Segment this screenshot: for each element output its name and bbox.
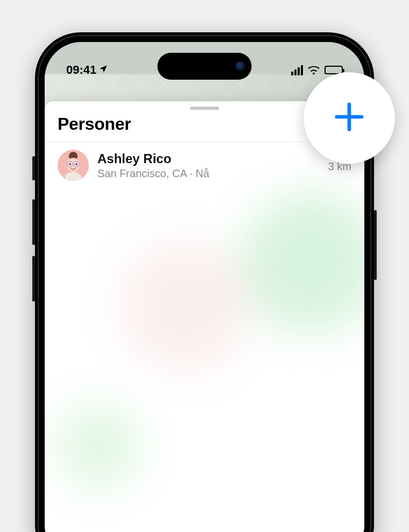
- side-button: [32, 156, 35, 180]
- sheet-grabber[interactable]: [190, 107, 219, 110]
- cellular-icon: [291, 65, 303, 75]
- svg-point-6: [75, 163, 77, 165]
- wifi-icon: [307, 65, 320, 75]
- front-camera: [236, 61, 245, 71]
- status-time: 09:41: [66, 63, 96, 77]
- decorative-blob: [120, 241, 249, 370]
- status-right: [291, 65, 343, 75]
- decorative-blob: [55, 403, 142, 489]
- people-sheet[interactable]: Personer: [45, 101, 364, 532]
- person-info: Ashley Rico San Francisco, CA · Nå: [97, 151, 320, 180]
- sheet-title: Personer: [58, 114, 131, 134]
- location-icon: [98, 63, 108, 77]
- person-subtitle: San Francisco, CA · Nå: [97, 167, 320, 180]
- plus-icon: [333, 100, 366, 136]
- svg-point-5: [69, 163, 70, 165]
- dynamic-island: [158, 53, 252, 80]
- volume-up-button: [32, 199, 35, 245]
- power-button: [374, 210, 377, 280]
- avatar: [58, 150, 89, 181]
- person-name: Ashley Rico: [97, 151, 320, 166]
- volume-down-button: [32, 256, 35, 302]
- status-left: 09:41: [66, 63, 108, 77]
- add-button[interactable]: [304, 72, 395, 164]
- decorative-blob: [241, 193, 364, 333]
